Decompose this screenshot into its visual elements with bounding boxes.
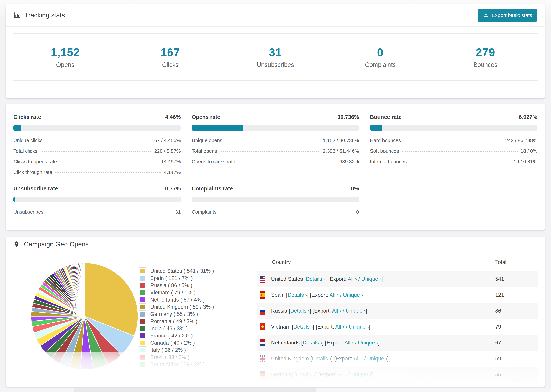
- summary-stat-value: 31: [223, 46, 328, 59]
- rate-row-value: 0: [356, 209, 359, 215]
- dotted-leader: [220, 151, 320, 152]
- details-link-vietnam[interactable]: Details ›: [293, 324, 313, 330]
- legend-swatch: [139, 325, 146, 332]
- details-link-united-states[interactable]: Details ›: [306, 276, 325, 282]
- legend-item-netherlands[interactable]: Netherlands ( 67 / 4% ): [139, 296, 257, 303]
- rate-row: Unique clicks167 / 4.456%: [13, 138, 181, 143]
- details-link-spain[interactable]: Details ›: [288, 292, 307, 298]
- dotted-leader: [55, 172, 161, 173]
- legend-item-south-africa[interactable]: South Africa ( 29 / 2% ): [139, 361, 257, 368]
- export-button-label: Export basic stats: [492, 12, 532, 18]
- rate-row-value: 4.147%: [164, 169, 181, 175]
- summary-stat-complaints: 0Complaints: [328, 34, 433, 80]
- legend-item-spain[interactable]: Spain ( 121 / 7% ): [139, 275, 257, 282]
- rate-row: Hard bounces242 / 86.738%: [370, 138, 537, 143]
- legend-label: Brazil ( 33 / 2% ): [150, 354, 190, 360]
- summary-stat-bounces: 279Bounces: [433, 34, 538, 80]
- geo-title-wrap: Campaign Geo Opens: [13, 240, 89, 248]
- rate-row-value: 18 / 0%: [521, 148, 537, 154]
- legend-item-canada[interactable]: Canada ( 40 / 2% ): [139, 339, 257, 346]
- country-links: United States [Details ›] [Export: All ›…: [271, 276, 383, 282]
- export-unique-link-united-kingdom[interactable]: Unique ›: [367, 356, 387, 362]
- spacer: [344, 308, 346, 314]
- rate-title: Clicks rate: [13, 114, 41, 120]
- details-link-netherlands[interactable]: Details ›: [303, 340, 322, 346]
- rate-header: Clicks rate4.46%: [13, 114, 181, 120]
- rate-value: 0.77%: [165, 185, 181, 192]
- dotted-leader: [404, 140, 502, 141]
- country-cell: Netherlands [Details ›] [Export: All › /…: [257, 339, 495, 346]
- rates-panel: Clicks rate4.46%Unique clicks167 / 4.456…: [6, 104, 545, 230]
- country-cell: Spain [Details ›] [Export: All › / Uniqu…: [257, 291, 495, 299]
- export-basic-stats-button[interactable]: Export basic stats: [478, 9, 537, 21]
- export-unique-link-spain[interactable]: Unique ›: [343, 292, 363, 298]
- rate-value: 0%: [351, 185, 359, 192]
- export-unique-link-vietnam[interactable]: Unique ›: [349, 324, 369, 330]
- legend-label: Russia ( 86 / 5% ): [150, 282, 192, 288]
- summary-stat-value: 0: [328, 46, 433, 59]
- rate-row: Unsubscribes31: [13, 209, 181, 215]
- export-separator: /: [348, 371, 350, 378]
- flag-us-icon: [260, 275, 265, 283]
- legend-item-united-kingdom[interactable]: United Kingdom ( 59 / 3% ): [139, 304, 257, 310]
- export-all-link-russia[interactable]: All ›: [332, 308, 341, 314]
- legend-item-italy[interactable]: Italy ( 36 / 2% ): [139, 347, 257, 354]
- panel-title: Tracking stats: [13, 11, 65, 19]
- legend-item-france[interactable]: France ( 42 / 2% ): [139, 332, 257, 339]
- summary-stat-label: Bounces: [433, 61, 538, 68]
- dotted-leader: [409, 162, 511, 162]
- geo-pie-legend: United States ( 541 / 31% )Spain ( 121 /…: [139, 253, 257, 368]
- export-separator: /: [346, 324, 347, 330]
- legend-label: Netherlands ( 67 / 4% ): [150, 297, 205, 303]
- export-unique-link-germany[interactable]: Unique ›: [351, 371, 371, 378]
- export-prefix: ] [Export:: [315, 371, 338, 378]
- rate-row: Total opens2,303 / 61.446%: [192, 148, 359, 154]
- legend-item-romania[interactable]: Romania ( 49 / 3% ): [139, 318, 257, 325]
- horizontal-scrollbar[interactable]: [0, 388, 551, 392]
- rate-progress-track: [13, 196, 181, 202]
- export-all-link-united-states[interactable]: All ›: [348, 276, 357, 282]
- export-all-link-spain[interactable]: All ›: [329, 292, 339, 298]
- spacer: [350, 371, 351, 378]
- details-link-united-kingdom[interactable]: Details ›: [312, 356, 331, 362]
- column-header-country: Country: [257, 259, 495, 265]
- rate-row-label: Total clicks: [13, 148, 37, 154]
- legend-item-russia[interactable]: Russia ( 86 / 5% ): [139, 282, 257, 289]
- legend-swatch: [139, 304, 146, 310]
- country-links: Russia [Details ›] [Export: All › / Uniq…: [271, 308, 367, 314]
- export-all-link-united-kingdom[interactable]: All ›: [353, 356, 363, 362]
- country-cell: United States [Details ›] [Export: All ›…: [257, 275, 495, 283]
- export-unique-link-russia[interactable]: Unique ›: [346, 308, 366, 314]
- rate-rows: Unique clicks167 / 4.456%Total clicks220…: [13, 138, 181, 175]
- export-all-link-netherlands[interactable]: All ›: [345, 340, 353, 346]
- rate-row-label: Unique clicks: [13, 138, 42, 143]
- export-all-link-vietnam[interactable]: All ›: [335, 324, 344, 330]
- details-link-russia[interactable]: Details ›: [290, 308, 310, 314]
- legend-item-india[interactable]: India ( 46 / 3% ): [139, 325, 257, 332]
- table-row-germany: Germany [Details ›] [Export: All › / Uni…: [257, 366, 538, 382]
- geo-opens-pie-svg: [30, 261, 139, 371]
- legend-swatch: [139, 296, 146, 303]
- country-name: Vietnam [: [271, 324, 293, 330]
- rate-title: Bounce rate: [370, 114, 402, 120]
- legend-item-brazil[interactable]: Brazil ( 33 / 2% ): [139, 354, 257, 361]
- export-all-link-germany[interactable]: All ›: [338, 371, 347, 378]
- export-unique-link-united-states[interactable]: Unique ›: [361, 276, 381, 282]
- total-cell: 67: [495, 340, 538, 346]
- details-link-germany[interactable]: Details ›: [296, 371, 315, 378]
- export-prefix: ] [Export:: [322, 340, 345, 346]
- legend-item-germany[interactable]: Germany ( 55 / 3% ): [139, 311, 257, 318]
- legend-item-vietnam[interactable]: Vietnam ( 79 / 5% ): [139, 289, 257, 296]
- rate-rows: Complaints0: [192, 209, 359, 215]
- rate-row: Unique opens1,152 / 30.736%: [192, 138, 359, 143]
- export-close: ]: [363, 292, 365, 298]
- rate-row-value: 14.497%: [161, 159, 181, 165]
- campaign-geo-opens-panel: Campaign Geo Opens United States ( 541 /…: [6, 237, 545, 387]
- page-title: Tracking stats: [25, 11, 65, 19]
- legend-label: South Africa ( 29 / 2% ): [150, 361, 205, 368]
- legend-label: Canada ( 40 / 2% ): [150, 340, 195, 346]
- export-unique-link-netherlands[interactable]: Unique ›: [358, 340, 378, 346]
- table-row-united-states: United States [Details ›] [Export: All ›…: [257, 271, 538, 287]
- legend-swatch: [139, 361, 146, 368]
- legend-item-united-states[interactable]: United States ( 541 / 31% ): [139, 268, 257, 274]
